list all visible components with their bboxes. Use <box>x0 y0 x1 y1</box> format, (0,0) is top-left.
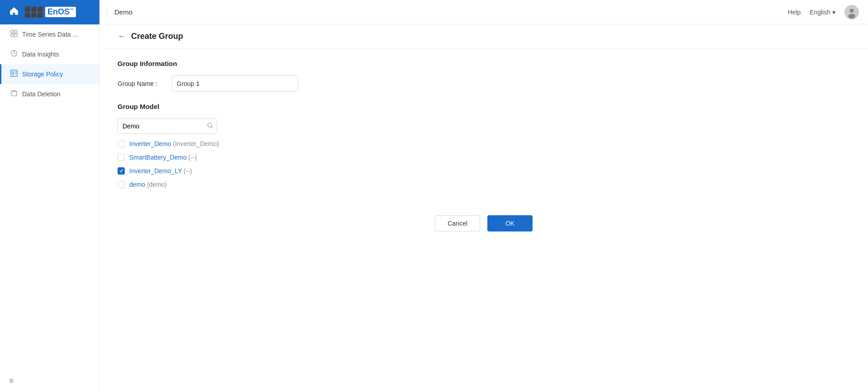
page-header: ← Create Group <box>99 24 868 49</box>
svg-rect-6 <box>14 34 17 37</box>
checkbox-label-item1: Inverter_Demo (Inverter_Demo) <box>129 140 219 147</box>
group-name-label: Group Name : <box>118 80 172 87</box>
group-name-row: Group Name : <box>118 76 850 92</box>
checkbox-item1[interactable] <box>118 140 125 147</box>
group-info-title: Group Information <box>118 60 850 67</box>
logo-area: ⬛⬛⬛⬛⬛⬛ EnOS™ <box>0 0 99 24</box>
navbar-right: Help English ▾ <box>788 5 859 19</box>
table-icon <box>10 70 18 79</box>
svg-rect-4 <box>14 30 17 33</box>
logo-dots: ⬛⬛⬛⬛⬛⬛ <box>24 6 43 18</box>
label-suffix: (Inverter_Demo) <box>171 140 219 147</box>
list-item[interactable]: Inverter_Demo_LY (--) <box>118 167 850 175</box>
model-search-box <box>118 118 217 134</box>
dropdown-icon: ▾ <box>832 9 835 16</box>
logo-text: EnOS™ <box>45 7 76 17</box>
sidebar-label: Data Insights <box>22 51 59 58</box>
model-search-input[interactable] <box>118 118 217 134</box>
label-blue: Inverter_Demo <box>129 140 171 147</box>
help-link[interactable]: Help <box>788 9 801 16</box>
label-blue: SmartBattery_Demo <box>129 154 187 161</box>
navbar-divider <box>107 6 107 19</box>
svg-point-2 <box>848 14 855 19</box>
label-suffix: (--) <box>182 167 192 175</box>
footer-buttons: Cancel OK <box>118 215 850 245</box>
group-model-section: Group Model Inverter_Demo (Inverter_Demo… <box>118 103 850 188</box>
page-title: Create Group <box>131 32 183 41</box>
sidebar-label: Time Series Data ... <box>22 31 78 38</box>
svg-line-15 <box>212 127 213 128</box>
svg-rect-8 <box>11 70 17 76</box>
sidebar-item-data-deletion[interactable]: Data Deletion <box>0 84 99 104</box>
model-checkbox-list: Inverter_Demo (Inverter_Demo) SmartBatte… <box>118 140 850 188</box>
home-button[interactable] <box>9 6 19 18</box>
checkbox-item3[interactable] <box>118 167 125 175</box>
group-name-input[interactable] <box>172 76 298 92</box>
grid-icon <box>10 30 18 39</box>
sidebar: Time Series Data ... Data Insights Stora… <box>0 24 99 392</box>
svg-rect-3 <box>11 30 14 33</box>
language-label: English <box>810 9 830 16</box>
main-layout: Time Series Data ... Data Insights Stora… <box>0 24 868 392</box>
svg-rect-12 <box>11 91 17 96</box>
sidebar-label: Data Deletion <box>22 90 61 98</box>
chart-icon <box>10 50 18 59</box>
collapse-icon: ≡ <box>9 376 14 385</box>
checkbox-label-item4: demo (demo) <box>129 181 167 188</box>
navbar: ⬛⬛⬛⬛⬛⬛ EnOS™ Demo Help English ▾ <box>0 0 868 24</box>
sidebar-label: Storage Policy <box>22 71 63 78</box>
sidebar-item-data-insights[interactable]: Data Insights <box>0 44 99 64</box>
svg-point-1 <box>850 9 854 13</box>
back-button[interactable]: ← <box>118 32 126 41</box>
avatar[interactable] <box>844 5 859 19</box>
checkbox-item2[interactable] <box>118 154 125 161</box>
sidebar-item-storage-policy[interactable]: Storage Policy <box>0 64 99 84</box>
list-item[interactable]: Inverter_Demo (Inverter_Demo) <box>118 140 850 147</box>
svg-rect-5 <box>11 34 14 37</box>
list-item[interactable]: SmartBattery_Demo (--) <box>118 154 850 161</box>
ok-button[interactable]: OK <box>487 215 533 231</box>
search-icon <box>207 123 213 130</box>
checkbox-label-item2: SmartBattery_Demo (--) <box>129 154 197 161</box>
sidebar-item-time-series[interactable]: Time Series Data ... <box>0 24 99 44</box>
content-inner: Group Information Group Name : Group Mod… <box>99 49 868 256</box>
delete-icon <box>10 90 18 99</box>
app-name: Demo <box>114 8 132 16</box>
group-model-title: Group Model <box>118 103 850 110</box>
label-suffix: (--) <box>187 154 197 161</box>
label-suffix: (demo) <box>145 181 167 188</box>
sidebar-collapse-button[interactable]: ≡ <box>0 370 99 392</box>
label-blue: demo <box>129 181 145 188</box>
checkbox-label-item3: Inverter_Demo_LY (--) <box>129 167 192 175</box>
cancel-button[interactable]: Cancel <box>435 215 480 231</box>
checkbox-item4[interactable] <box>118 181 125 188</box>
enos-logo: ⬛⬛⬛⬛⬛⬛ EnOS™ <box>24 6 76 18</box>
content-area: ← Create Group Group Information Group N… <box>99 24 868 392</box>
language-selector[interactable]: English ▾ <box>810 9 835 16</box>
label-blue: Inverter_Demo_LY <box>129 167 182 175</box>
list-item[interactable]: demo (demo) <box>118 181 850 188</box>
